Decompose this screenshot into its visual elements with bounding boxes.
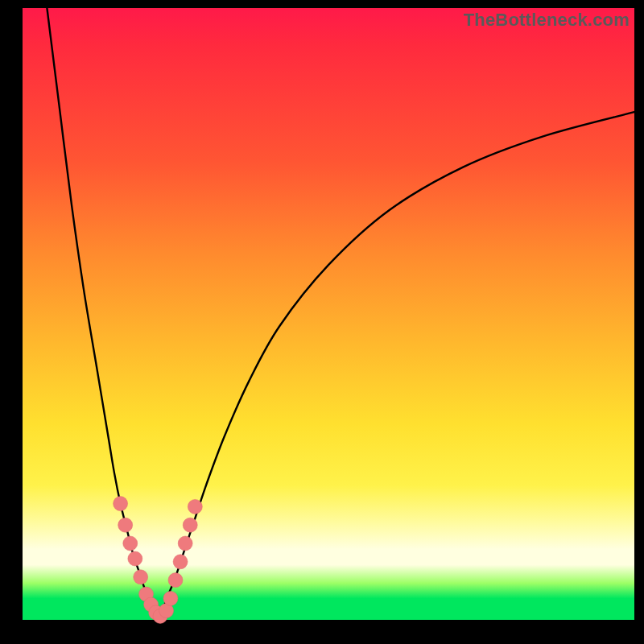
data-marker xyxy=(118,518,133,532)
data-marker xyxy=(173,555,188,569)
plot-area: TheBottleneck.com xyxy=(23,8,634,620)
data-marker xyxy=(178,536,192,551)
right-branch-curve xyxy=(157,112,634,617)
data-marker xyxy=(114,497,128,511)
data-marker xyxy=(168,573,183,588)
data-marker xyxy=(188,499,202,514)
data-marker xyxy=(123,536,138,551)
chart-frame: TheBottleneck.com xyxy=(0,0,644,644)
left-branch-curve xyxy=(47,8,157,617)
curves-svg xyxy=(23,8,634,620)
markers-group xyxy=(114,497,203,624)
data-marker xyxy=(183,518,197,532)
data-marker xyxy=(134,570,148,584)
data-marker xyxy=(128,551,142,566)
data-marker xyxy=(163,591,178,605)
